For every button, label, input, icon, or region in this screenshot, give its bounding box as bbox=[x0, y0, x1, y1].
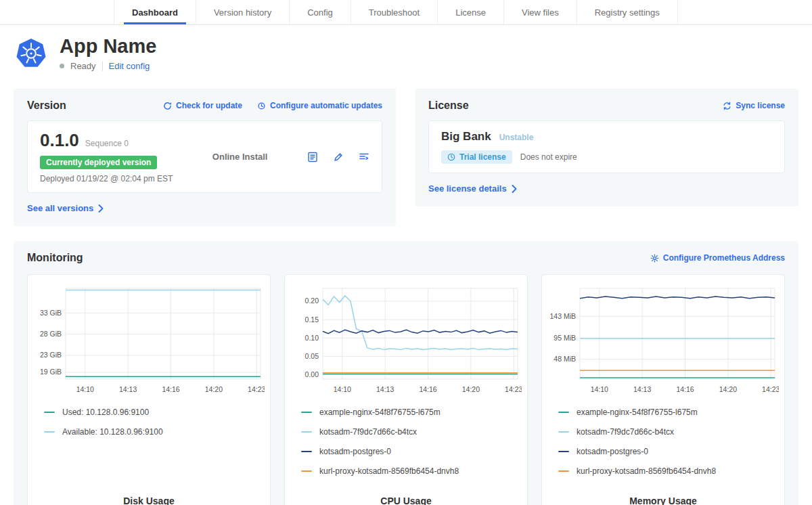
legend-label: kotsadm-postgres-0 bbox=[319, 447, 391, 456]
sync-icon bbox=[723, 102, 731, 110]
gear-icon bbox=[650, 254, 659, 263]
edit-config-icon[interactable] bbox=[333, 152, 344, 162]
legend-swatch bbox=[301, 431, 312, 433]
configure-automatic-updates-button[interactable]: Configure automatic updates bbox=[257, 101, 382, 110]
legend-item: kotsadm-7f9dc7d66c-b4tcx bbox=[301, 427, 522, 437]
svg-text:14:13: 14:13 bbox=[119, 385, 137, 393]
legend-item: Used: 10.128.0.96:9100 bbox=[44, 408, 265, 417]
legend-swatch bbox=[558, 431, 569, 433]
svg-text:19 GiB: 19 GiB bbox=[40, 368, 62, 376]
chevron-right-icon bbox=[512, 185, 517, 193]
memory-usage-chart: 48 MiB95 MiB143 MiB14:1014:1314:1614:201… bbox=[547, 283, 779, 398]
chart-legend: example-nginx-54f8f76755-l675mkotsadm-7f… bbox=[290, 408, 522, 486]
version-number: 0.1.0 bbox=[40, 130, 79, 151]
legend-label: kurl-proxy-kotsadm-8569fb6454-dnvh8 bbox=[577, 466, 716, 476]
expiry-text: Does not expire bbox=[520, 152, 577, 162]
status-text: Ready bbox=[70, 61, 96, 71]
legend-swatch bbox=[301, 412, 312, 413]
legend-swatch bbox=[44, 431, 55, 433]
svg-text:14:16: 14:16 bbox=[162, 385, 179, 393]
svg-text:14:10: 14:10 bbox=[334, 385, 351, 393]
svg-text:0.15: 0.15 bbox=[305, 315, 319, 324]
tab-view-files[interactable]: View files bbox=[503, 0, 577, 24]
see-license-details-link[interactable]: See license details bbox=[428, 183, 517, 194]
deployed-badge: Currently deployed version bbox=[40, 156, 157, 169]
svg-text:0.20: 0.20 bbox=[305, 297, 319, 305]
tab-troubleshoot[interactable]: Troubleshoot bbox=[351, 0, 437, 24]
svg-text:33 GiB: 33 GiB bbox=[40, 309, 62, 317]
legend-label: example-nginx-54f8f76755-l675m bbox=[319, 408, 441, 417]
license-box: Big Bank Unstable Trial license Does not… bbox=[428, 120, 785, 173]
cpu-usage-chart: 0.000.050.100.150.2014:1014:1314:1614:20… bbox=[290, 283, 522, 398]
svg-text:0.00: 0.00 bbox=[305, 370, 319, 378]
legend-item: kotsadm-postgres-0 bbox=[301, 447, 522, 456]
deploy-logs-icon[interactable] bbox=[359, 152, 369, 162]
chevron-right-icon bbox=[98, 204, 104, 213]
install-type-label: Online Install bbox=[212, 152, 268, 162]
top-nav: Dashboard Version history Config Trouble… bbox=[0, 0, 812, 25]
legend-label: kurl-proxy-kotsadm-8569fb6454-dnvh8 bbox=[319, 466, 459, 476]
legend-swatch bbox=[301, 470, 312, 472]
chart-title: Disk Usage bbox=[33, 486, 265, 505]
channel-label: Unstable bbox=[499, 133, 534, 142]
svg-text:14:20: 14:20 bbox=[719, 385, 737, 393]
svg-text:14:16: 14:16 bbox=[676, 385, 694, 393]
license-card: License Sync license Big Bank Unstable T… bbox=[415, 89, 798, 206]
svg-text:0.10: 0.10 bbox=[305, 334, 319, 342]
trial-license-badge: Trial license bbox=[441, 150, 512, 164]
configure-prometheus-button[interactable]: Configure Prometheus Address bbox=[650, 253, 785, 263]
sequence-label: Sequence 0 bbox=[85, 139, 129, 148]
monitoring-card: Monitoring Configure Prometheus Address … bbox=[14, 241, 798, 505]
legend-item: Available: 10.128.0.96:9100 bbox=[44, 427, 265, 437]
monitoring-title: Monitoring bbox=[27, 252, 83, 264]
divider bbox=[102, 62, 103, 71]
tab-license[interactable]: License bbox=[437, 0, 503, 24]
svg-text:14:23: 14:23 bbox=[505, 385, 522, 393]
cards-row: Version Check for update Configure autom… bbox=[0, 76, 812, 226]
legend-label: Available: 10.128.0.96:9100 bbox=[62, 427, 163, 437]
refresh-icon bbox=[163, 102, 172, 110]
chart-title: CPU Usage bbox=[290, 486, 522, 505]
disk-usage-chart: 19 GiB23 GiB28 GiB33 GiB14:1014:1314:161… bbox=[33, 283, 265, 398]
schedule-update-icon bbox=[257, 102, 266, 110]
page-title: App Name bbox=[60, 35, 156, 58]
svg-text:14:20: 14:20 bbox=[205, 385, 223, 393]
legend-swatch bbox=[44, 412, 55, 413]
app-header: App Name Ready Edit config bbox=[0, 25, 812, 76]
edit-config-link[interactable]: Edit config bbox=[109, 61, 150, 71]
legend-label: kotsadm-postgres-0 bbox=[577, 447, 648, 456]
legend-label: kotsadm-7f9dc7d66c-b4tcx bbox=[319, 427, 417, 437]
deployed-timestamp: Deployed 01/19/22 @ 02:04 pm EST bbox=[40, 174, 173, 183]
tab-registry-settings[interactable]: Registry settings bbox=[577, 0, 678, 24]
tab-config[interactable]: Config bbox=[289, 0, 351, 24]
svg-text:14:10: 14:10 bbox=[76, 385, 94, 393]
chart-card-memory: 48 MiB95 MiB143 MiB14:1014:1314:1614:201… bbox=[541, 274, 785, 505]
current-version-box: 0.1.0 Sequence 0 Currently deployed vers… bbox=[27, 120, 382, 193]
legend-swatch bbox=[558, 451, 569, 452]
release-notes-icon[interactable] bbox=[307, 152, 318, 162]
svg-text:14:13: 14:13 bbox=[376, 385, 394, 393]
chart-card-cpu: 0.000.050.100.150.2014:1014:1314:1614:20… bbox=[284, 274, 528, 505]
version-card: Version Check for update Configure autom… bbox=[14, 89, 396, 226]
svg-text:14:23: 14:23 bbox=[762, 385, 779, 393]
legend-label: example-nginx-54f8f76755-l675m bbox=[577, 408, 698, 417]
legend-label: kotsadm-7f9dc7d66c-b4tcx bbox=[577, 427, 674, 437]
see-all-versions-link[interactable]: See all versions bbox=[27, 203, 104, 213]
svg-text:14:10: 14:10 bbox=[591, 385, 608, 393]
chart-card-disk: 19 GiB23 GiB28 GiB33 GiB14:1014:1314:161… bbox=[27, 274, 271, 505]
sync-license-button[interactable]: Sync license bbox=[723, 101, 785, 110]
customer-name: Big Bank bbox=[441, 130, 491, 144]
svg-text:23 GiB: 23 GiB bbox=[40, 351, 62, 359]
tab-dashboard[interactable]: Dashboard bbox=[114, 0, 196, 24]
svg-text:14:23: 14:23 bbox=[248, 385, 265, 393]
clock-icon bbox=[447, 153, 455, 161]
legend-item: kotsadm-postgres-0 bbox=[558, 447, 779, 456]
kubernetes-logo-icon bbox=[15, 37, 47, 70]
version-card-title: Version bbox=[27, 100, 66, 112]
check-for-update-button[interactable]: Check for update bbox=[163, 101, 242, 110]
tab-version-history[interactable]: Version history bbox=[196, 0, 289, 24]
chart-legend: example-nginx-54f8f76755-l675mkotsadm-7f… bbox=[547, 408, 779, 486]
charts-row: 19 GiB23 GiB28 GiB33 GiB14:1014:1314:161… bbox=[27, 274, 785, 505]
license-card-title: License bbox=[428, 100, 469, 112]
svg-text:14:16: 14:16 bbox=[419, 385, 436, 393]
